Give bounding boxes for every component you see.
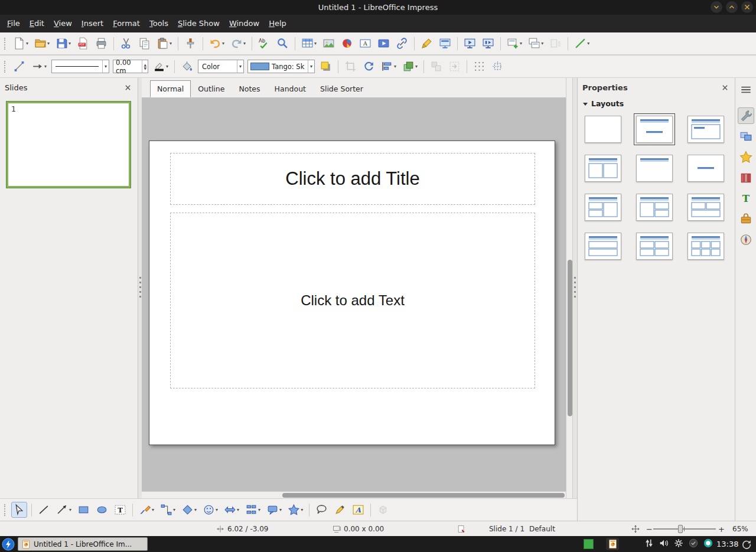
insert-chart-button[interactable] xyxy=(339,35,355,51)
line-style-select[interactable]: ▾ xyxy=(51,60,109,73)
menu-view[interactable]: View xyxy=(49,15,77,32)
new-slide-button[interactable]: ▾ xyxy=(505,35,524,51)
master-slide-button[interactable] xyxy=(437,35,453,51)
group-button[interactable] xyxy=(428,58,444,74)
layout-title-only[interactable] xyxy=(636,155,673,182)
menu-help[interactable]: Help xyxy=(264,15,291,32)
curves-button[interactable]: ▾ xyxy=(137,502,156,518)
connectors-button[interactable]: ▾ xyxy=(158,502,177,518)
start-current-slide-button[interactable] xyxy=(480,35,496,51)
tray-volume-button[interactable] xyxy=(659,538,669,551)
line-ends-button[interactable]: ▾ xyxy=(30,58,48,74)
insert-media-button[interactable] xyxy=(376,35,392,51)
paste-button[interactable]: ▾ xyxy=(155,35,174,51)
menu-tools[interactable]: Tools xyxy=(145,15,173,32)
crop-image-button[interactable] xyxy=(343,58,359,74)
line-color-button[interactable]: ▾ xyxy=(151,58,170,74)
layout-center-text[interactable] xyxy=(687,155,724,182)
points-tool-button[interactable] xyxy=(314,502,330,518)
fill-format-button[interactable] xyxy=(179,58,195,74)
textbox-tool-button[interactable]: T xyxy=(112,502,128,518)
sidebar-tab-animation[interactable] xyxy=(738,149,754,165)
ellipse-tool-button[interactable] xyxy=(94,502,110,518)
zoom-slider[interactable] xyxy=(653,521,716,537)
text-placeholder[interactable]: Click to add Text xyxy=(170,213,535,388)
extrusion-button[interactable] xyxy=(375,502,391,518)
dropdown-arrow-icon[interactable]: ▾ xyxy=(587,41,589,46)
slide-canvas[interactable]: Click to add Title Click to add Text xyxy=(149,141,555,445)
dropdown-arrow-icon[interactable]: ▾ xyxy=(166,64,168,69)
toolbar-drag-handle[interactable] xyxy=(4,38,6,50)
horizontal-scrollbar-thumb[interactable] xyxy=(282,493,565,498)
dropdown-arrow-icon[interactable]: ▾ xyxy=(222,41,224,46)
fit-slide-button[interactable] xyxy=(631,521,640,537)
layout-title-box[interactable] xyxy=(687,116,724,143)
dropdown-arrow-icon[interactable]: ▾ xyxy=(152,507,154,512)
dropdown-arrow-icon[interactable]: ▾ xyxy=(69,507,71,512)
cut-button[interactable] xyxy=(118,35,134,51)
expand-slide-button[interactable] xyxy=(548,35,563,51)
edit-points-button[interactable] xyxy=(11,58,27,74)
sidebar-tab-navigator[interactable] xyxy=(738,231,754,248)
zoom-slider-thumb[interactable] xyxy=(678,525,683,533)
master-style-name[interactable]: Default xyxy=(529,521,555,537)
dropdown-arrow-icon[interactable]: ▾ xyxy=(170,41,172,46)
horizontal-scrollbar[interactable] xyxy=(142,491,566,498)
slide-workspace[interactable]: Click to add Title Click to add Text xyxy=(142,97,566,491)
lines-arrows-button[interactable]: ▾ xyxy=(54,502,73,518)
zoom-level[interactable]: 65% xyxy=(732,521,748,537)
fontwork-button[interactable]: A xyxy=(350,502,366,518)
snap-guides-button[interactable] xyxy=(490,58,506,74)
layout-title-6[interactable] xyxy=(687,233,724,260)
rectangle-tool-button[interactable] xyxy=(76,502,92,518)
vertical-scrollbar[interactable] xyxy=(566,78,573,498)
window-close-button[interactable] xyxy=(741,1,753,13)
title-placeholder[interactable]: Click to add Title xyxy=(170,153,535,205)
find-replace-button[interactable] xyxy=(275,35,291,51)
shadow-button[interactable] xyxy=(318,58,334,74)
insert-image-button[interactable] xyxy=(321,35,337,51)
symbol-shapes-button[interactable]: ▾ xyxy=(201,502,220,518)
export-pdf-button[interactable]: PDF xyxy=(75,35,91,51)
dropdown-arrow-icon[interactable]: ▾ xyxy=(26,41,28,46)
start-menu-button[interactable] xyxy=(2,537,15,551)
layout-title-2l-1r[interactable] xyxy=(585,194,621,221)
slide-thumbnail-1[interactable]: 1 xyxy=(6,102,131,188)
tray-screen-share-button[interactable] xyxy=(703,538,713,551)
layout-title-sub[interactable] xyxy=(636,116,673,143)
dropdown-arrow-icon[interactable]: ▾ xyxy=(173,507,175,512)
session-button[interactable] xyxy=(741,538,752,550)
dropdown-arrow-icon[interactable]: ▾ xyxy=(44,64,47,69)
dropdown-arrow-icon[interactable]: ▾ xyxy=(237,507,239,512)
window-minimize-button[interactable] xyxy=(711,1,722,13)
rotate-button[interactable] xyxy=(361,58,377,74)
window-maximize-button[interactable] xyxy=(726,1,738,13)
workspace-indicator[interactable] xyxy=(584,539,594,549)
dropdown-arrow-icon[interactable]: ▾ xyxy=(237,60,243,73)
toolbar-drag-handle[interactable] xyxy=(4,61,6,73)
insert-hyperlink-button[interactable] xyxy=(394,35,410,51)
sidebar-tab-sidebar-settings[interactable] xyxy=(738,81,754,98)
dropdown-arrow-icon[interactable]: ▾ xyxy=(301,507,303,512)
arrange-button[interactable]: ▾ xyxy=(400,58,419,74)
layout-title-4[interactable] xyxy=(636,233,673,260)
flowchart-button[interactable]: ▾ xyxy=(243,502,262,518)
sidebar-tab-slide-transition[interactable] xyxy=(738,128,754,145)
copy-button[interactable] xyxy=(136,35,152,51)
tray-settings-button[interactable] xyxy=(673,538,684,551)
clone-formatting-button[interactable] xyxy=(183,35,198,51)
insert-line-button[interactable]: ▾ xyxy=(572,35,591,51)
taskbar-clock[interactable]: 13:38 xyxy=(716,536,738,552)
dropdown-arrow-icon[interactable]: ▾ xyxy=(69,41,71,46)
line-tool-button[interactable] xyxy=(36,502,52,518)
duplicate-slide-button[interactable]: ▾ xyxy=(526,35,545,51)
dropdown-arrow-icon[interactable]: ▾ xyxy=(314,41,317,46)
menu-window[interactable]: Window xyxy=(224,15,264,32)
menu-file[interactable]: File xyxy=(2,15,25,32)
stars-button[interactable]: ▾ xyxy=(286,502,305,518)
show-draw-functions-button[interactable] xyxy=(419,35,435,51)
view-tab-notes[interactable]: Notes xyxy=(232,80,267,97)
layout-title-1t-1b[interactable] xyxy=(585,233,621,260)
right-panel-splitter[interactable] xyxy=(573,78,577,498)
display-grid-button[interactable] xyxy=(471,58,487,74)
